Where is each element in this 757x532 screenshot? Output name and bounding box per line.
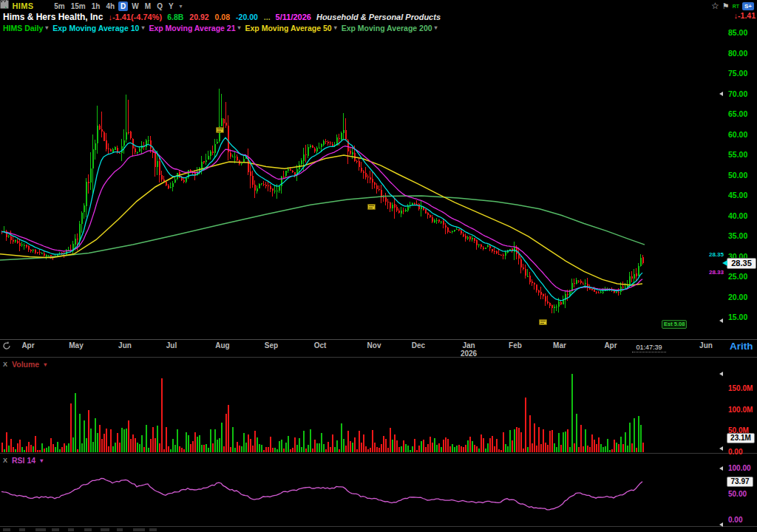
axis-marker-arrow xyxy=(719,466,723,471)
month-label: Mar xyxy=(553,341,566,349)
axis-marker-arrow xyxy=(719,372,723,376)
month-label: Dec xyxy=(412,341,425,349)
axis-tick-label: 55.00 xyxy=(728,150,757,159)
volume-dropdown-icon[interactable]: ▾ xyxy=(44,361,47,368)
month-label: Jan2026 xyxy=(461,341,477,358)
last-price-bubble: 28.35 xyxy=(727,258,756,269)
month-label: Jul xyxy=(166,341,177,349)
axis-tick-label: 100.0M xyxy=(728,406,757,414)
candle-countdown-timer: 01:47:39 xyxy=(632,344,666,352)
month-label: Apr xyxy=(21,341,34,349)
collapsed-panel-text xyxy=(84,528,92,531)
month-label: Jun xyxy=(118,341,132,349)
volume-panel-header: X Volume ▾ xyxy=(3,360,47,369)
price-chart-canvas[interactable] xyxy=(0,0,757,532)
month-label: Aug xyxy=(215,341,229,349)
axis-tick-label: 70.00 xyxy=(728,89,757,98)
rsi-title[interactable]: RSI 14 xyxy=(12,456,35,465)
axis-marker-arrow xyxy=(719,92,723,96)
collapsed-panel-text xyxy=(101,528,109,531)
axis-marker-arrow xyxy=(719,522,723,527)
axis-tick-label: 0.00 xyxy=(728,448,757,456)
month-label: Sep xyxy=(265,341,278,349)
rsi-dropdown-icon[interactable]: ▾ xyxy=(40,457,43,464)
axis-tick-label: 50.00 xyxy=(728,171,757,180)
ema10-value-tag: 28.35 xyxy=(704,251,724,258)
volume-panel-divider xyxy=(0,357,757,358)
ema21-value-tag: 28.33 xyxy=(704,269,724,276)
axis-tick-label: 60.00 xyxy=(728,130,757,139)
axis-tick-label: 35.00 xyxy=(728,231,757,240)
axis-marker-arrow xyxy=(719,318,723,323)
charting-app-window: { "toolbar": { "add_symbol": "+", "symbo… xyxy=(0,0,757,532)
axis-tick-label: 65.00 xyxy=(728,109,757,118)
earnings-estimate-badge: Est 5.08 xyxy=(662,320,687,329)
axis-tick-label: 150.0M xyxy=(728,384,757,392)
collapsed-panel-text xyxy=(133,528,145,531)
collapsed-panel-text xyxy=(19,528,25,531)
axis-tick-label: 50.00 xyxy=(728,490,757,498)
axis-tick-label: 75.00 xyxy=(728,69,757,78)
month-label: May xyxy=(69,341,83,349)
rsi-close-button[interactable]: X xyxy=(3,457,7,464)
month-label: Oct xyxy=(314,341,327,349)
rsi-panel-divider xyxy=(0,453,757,454)
axis-tick-label: 40.00 xyxy=(728,211,757,220)
current-volume-badge: 23.1M xyxy=(727,433,755,443)
earnings-marker[interactable] xyxy=(367,204,376,210)
axis-tick-label: 0.00 xyxy=(728,516,757,524)
volume-title[interactable]: Volume xyxy=(12,360,39,369)
earnings-marker[interactable] xyxy=(216,127,224,133)
collapsed-panel-text xyxy=(52,528,59,531)
earnings-marker[interactable] xyxy=(539,319,547,325)
axis-tick-label: 20.00 xyxy=(728,293,757,301)
month-label: Feb xyxy=(509,341,522,349)
collapsed-panel-text xyxy=(3,528,10,531)
collapsed-panel-text xyxy=(149,528,157,531)
bottom-panel-divider xyxy=(0,526,757,527)
volume-close-button[interactable]: X xyxy=(3,361,7,368)
month-label: Jun xyxy=(699,341,713,349)
axis-tick-label: 85.00 xyxy=(728,28,757,37)
collapsed-panel-text xyxy=(35,528,46,531)
rsi-panel-header: X RSI 14 ▾ xyxy=(3,456,43,465)
collapsed-panel-text xyxy=(68,528,74,531)
axis-marker-arrow xyxy=(719,446,723,451)
axis-tick-label: 15.00 xyxy=(728,313,757,321)
current-rsi-badge: 73.97 xyxy=(727,477,753,487)
axis-tick-label: 45.00 xyxy=(728,191,757,200)
axis-tick-label: 25.00 xyxy=(728,272,757,281)
month-label: Nov xyxy=(367,341,381,349)
price-axis-line xyxy=(0,339,757,340)
axis-tick-label: 100.00 xyxy=(728,464,757,472)
scale-type-label[interactable]: Arith xyxy=(730,341,753,352)
collapsed-panel-text xyxy=(117,528,123,531)
axis-tick-label: 80.00 xyxy=(728,49,757,58)
month-label: Apr xyxy=(604,341,617,349)
